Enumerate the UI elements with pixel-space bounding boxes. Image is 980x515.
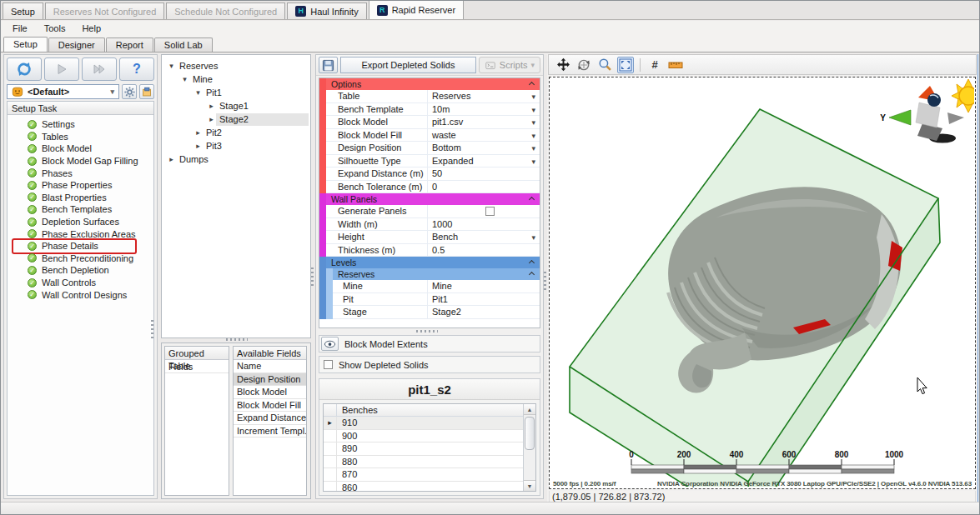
pit-value[interactable]: Pit1 xyxy=(428,293,540,306)
block-model-dropdown[interactable]: pit1.csv xyxy=(428,116,540,128)
tree-item-pit2[interactable]: ▸Pit2 xyxy=(162,126,310,139)
expand-distance-input[interactable]: 50 xyxy=(428,168,540,180)
splitter-handle[interactable] xyxy=(416,330,438,332)
options-header[interactable]: Options xyxy=(326,78,540,90)
tab-haul-infinity[interactable]: HHaul Infinity xyxy=(287,2,366,19)
export-depleted-solids-button[interactable]: Export Depleted Solids xyxy=(340,57,476,73)
tree-item-dumps[interactable]: ▸Dumps xyxy=(162,152,310,166)
grouped-field-row[interactable]: Table xyxy=(165,360,229,373)
tab-solid-lab[interactable]: Solid Lab xyxy=(154,38,213,52)
task-item-phase-properties[interactable]: ✓Phase Properties xyxy=(8,179,153,192)
task-item-phases[interactable]: ✓Phases xyxy=(8,167,153,179)
splitter-handle[interactable] xyxy=(226,338,248,341)
refresh-button[interactable] xyxy=(7,58,42,81)
task-item-settings[interactable]: ✓Settings xyxy=(8,118,153,131)
available-field-row[interactable]: Name xyxy=(234,360,306,373)
tab-report[interactable]: Report xyxy=(106,38,153,52)
task-item-bench-templates[interactable]: ✓Bench Templates xyxy=(8,203,153,216)
menu-tools[interactable]: Tools xyxy=(36,21,74,37)
expander-icon[interactable]: ▸ xyxy=(207,102,216,110)
benches-scrollbar[interactable]: ▲ ▼ xyxy=(523,404,535,491)
tree-item-pit1[interactable]: ▾Pit1 xyxy=(162,86,310,99)
width-input[interactable]: 1000 xyxy=(428,218,540,231)
wall-panels-header[interactable]: Wall Panels xyxy=(326,193,540,205)
save-profile-button[interactable] xyxy=(139,84,154,99)
task-item-phase-details[interactable]: ✓Phase Details xyxy=(8,240,153,252)
show-depleted-solids-checkbox[interactable] xyxy=(324,360,333,369)
reserves-sub-header[interactable]: Reserves xyxy=(333,268,540,280)
task-item-wall-controls[interactable]: ✓Wall Controls xyxy=(8,277,153,289)
splitter-handle[interactable] xyxy=(151,320,153,338)
expander-icon[interactable]: ▸ xyxy=(167,155,176,163)
tab-rapid-reserver[interactable]: RRapid Reserver xyxy=(369,0,464,19)
task-item-wall-control-designs[interactable]: ✓Wall Control Designs xyxy=(8,288,153,301)
task-item-tables[interactable]: ✓Tables xyxy=(8,131,153,143)
bench-row[interactable]: 860 xyxy=(324,482,523,492)
splitter-handle[interactable] xyxy=(544,272,546,290)
scripts-button[interactable]: Scripts ▾ xyxy=(479,57,540,73)
tree-item-stage1[interactable]: ▸Stage1 xyxy=(162,99,310,112)
bench-row[interactable]: 890 xyxy=(324,442,523,456)
bench-row[interactable]: ▸910 xyxy=(324,417,523,430)
thickness-input[interactable]: 0.5 xyxy=(428,244,540,257)
tree-item-mine[interactable]: ▾Mine xyxy=(162,72,310,86)
expander-icon[interactable]: ▾ xyxy=(167,62,176,70)
silhouette-type-dropdown[interactable]: Expanded xyxy=(428,155,540,168)
task-item-bench-preconditioning[interactable]: ✓Bench Preconditioning xyxy=(8,252,153,265)
mine-value[interactable]: Mine xyxy=(428,280,540,292)
task-item-bench-depletion[interactable]: ✓Bench Depletion xyxy=(8,264,153,277)
height-dropdown[interactable]: Bench xyxy=(428,231,540,243)
expander-icon[interactable]: ▾ xyxy=(193,88,203,97)
expander-icon[interactable]: ▸ xyxy=(193,142,203,150)
viewport-3d[interactable]: 0 200 400 600 800 1000 xyxy=(549,77,976,489)
run-button[interactable] xyxy=(44,58,79,81)
bench-row[interactable]: 870 xyxy=(324,468,523,482)
expander-icon[interactable]: ▾ xyxy=(180,75,189,83)
available-field-row[interactable]: Block Model xyxy=(234,386,306,399)
expander-icon[interactable]: ▸ xyxy=(207,115,216,123)
stage-value[interactable]: Stage2 xyxy=(428,306,540,318)
generate-panels-checkbox[interactable] xyxy=(485,207,495,216)
tab-setup-window[interactable]: Setup xyxy=(3,2,43,19)
tab-setup[interactable]: Setup xyxy=(3,37,48,52)
zoom-button[interactable] xyxy=(596,57,613,73)
tab-schedule-not-configured[interactable]: Schedule Not Configured xyxy=(166,2,285,19)
design-position-dropdown[interactable]: Bottom xyxy=(428,142,540,154)
task-item-block-model[interactable]: ✓Block Model xyxy=(8,142,153,155)
available-field-row[interactable]: Design Position xyxy=(234,373,306,387)
tree-item-stage2[interactable]: ▸Stage2 xyxy=(162,112,310,126)
tab-reserves-not-configured[interactable]: Reserves Not Configured xyxy=(45,2,165,19)
task-item-blast-properties[interactable]: ✓Blast Properties xyxy=(8,192,153,204)
pan-button[interactable] xyxy=(555,57,571,73)
available-field-row[interactable]: Increment Templ... xyxy=(234,425,306,438)
table-dropdown[interactable]: Reserves xyxy=(428,90,540,102)
grid-button[interactable]: # xyxy=(646,57,663,73)
scroll-down-icon[interactable]: ▼ xyxy=(524,480,535,491)
levels-header[interactable]: Levels xyxy=(326,257,540,268)
scroll-up-icon[interactable]: ▲ xyxy=(524,404,535,415)
toggle-extents-visibility-button[interactable] xyxy=(321,337,339,351)
task-item-block-model-gap-filling[interactable]: ✓Block Model Gap Filling xyxy=(8,155,153,168)
fit-view-button[interactable] xyxy=(617,57,634,73)
save-button[interactable] xyxy=(319,57,338,73)
profile-select[interactable]: <Default> ▾ xyxy=(7,84,119,99)
run-all-button[interactable] xyxy=(82,58,117,81)
axis-gizmo[interactable]: Y xyxy=(880,86,964,143)
scrollbar-thumb[interactable] xyxy=(525,417,535,450)
bench-tolerance-input[interactable]: 0 xyxy=(428,181,540,193)
tab-designer[interactable]: Designer xyxy=(48,38,105,52)
profile-settings-button[interactable] xyxy=(122,84,137,99)
bench-row[interactable]: 880 xyxy=(324,456,523,469)
bench-row[interactable]: 900 xyxy=(324,430,523,443)
bench-template-dropdown[interactable]: 10m xyxy=(428,103,540,116)
available-field-row[interactable]: Expand Distance xyxy=(234,412,306,425)
menu-file[interactable]: File xyxy=(4,21,36,37)
orbit-button[interactable] xyxy=(575,57,592,73)
task-item-depletion-surfaces[interactable]: ✓Depletion Surfaces xyxy=(8,216,153,228)
benches-column-header[interactable]: Benches xyxy=(337,404,523,416)
measure-button[interactable] xyxy=(667,57,684,73)
tree-item-pit3[interactable]: ▸Pit3 xyxy=(162,139,310,152)
available-field-row[interactable]: Block Model Fill xyxy=(234,399,306,412)
menu-help[interactable]: Help xyxy=(73,21,109,37)
expander-icon[interactable]: ▸ xyxy=(193,128,203,137)
